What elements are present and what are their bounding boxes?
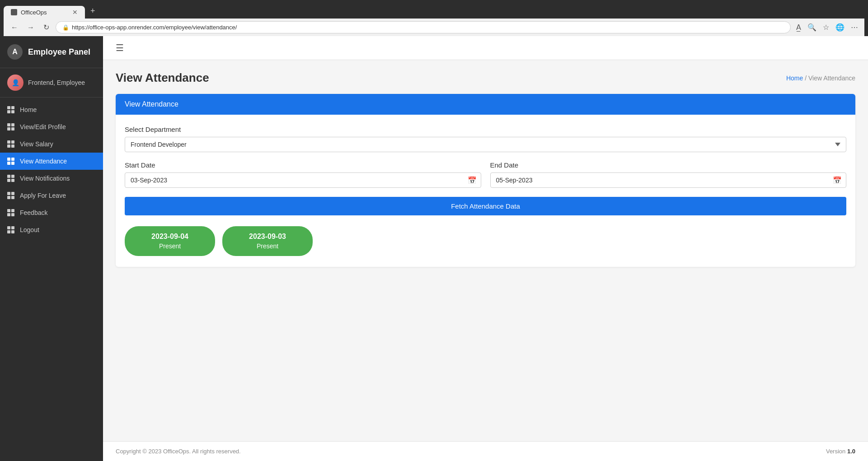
end-date-label: End Date xyxy=(490,161,847,169)
search-btn[interactable]: 🔍 xyxy=(806,21,818,33)
card-body: Select Department Frontend Developer Bac… xyxy=(116,115,855,267)
end-date-input[interactable] xyxy=(490,172,847,188)
attendance-record-0: 2023-09-04 Present xyxy=(125,226,215,256)
sidebar-item-home[interactable]: Home xyxy=(0,101,103,118)
address-text: https://office-ops-app.onrender.com/empl… xyxy=(72,24,784,31)
sidebar-item-logout-label: Logout xyxy=(20,226,39,233)
attendance-card: View Attendance Select Department Fronte… xyxy=(116,94,855,267)
sidebar-item-attendance-label: View Attendance xyxy=(20,158,67,165)
main-footer: Copyright © 2023 OfficeOps. All rights r… xyxy=(103,441,868,461)
attendance-date-1: 2023-09-03 xyxy=(240,233,295,241)
attendance-date-0: 2023-09-04 xyxy=(143,233,197,241)
logout-icon xyxy=(7,226,14,233)
department-select[interactable]: Frontend Developer Backend Developer HR … xyxy=(125,137,846,152)
sidebar-logo: A xyxy=(7,44,23,60)
feedback-icon xyxy=(7,209,14,216)
sidebar-item-profile-label: View/Edit Profile xyxy=(20,123,66,130)
sidebar-item-view-notifications[interactable]: View Notifications xyxy=(0,170,103,187)
lock-icon: 🔒 xyxy=(62,24,69,31)
profile-icon xyxy=(7,123,14,130)
sidebar-item-view-edit-profile[interactable]: View/Edit Profile xyxy=(0,118,103,135)
department-group: Select Department Frontend Developer Bac… xyxy=(125,126,846,152)
sidebar-item-apply-for-leave[interactable]: Apply For Leave xyxy=(0,187,103,204)
back-button[interactable]: ← xyxy=(8,22,21,33)
card-header: View Attendance xyxy=(116,94,855,115)
sidebar-item-view-salary[interactable]: View Salary xyxy=(0,135,103,153)
card-header-title: View Attendance xyxy=(125,100,178,108)
browser-tab-active[interactable]: OfficeOps ✕ xyxy=(4,6,85,19)
breadcrumb-home[interactable]: Home xyxy=(786,75,803,82)
fetch-attendance-button[interactable]: Fetch Attendance Data xyxy=(125,197,846,215)
notifications-icon xyxy=(7,175,14,182)
start-date-calendar-icon[interactable]: 📅 xyxy=(468,176,477,185)
end-date-calendar-icon[interactable]: 📅 xyxy=(833,176,842,185)
attendance-status-0: Present xyxy=(143,242,197,250)
sidebar-item-view-attendance[interactable]: View Attendance xyxy=(0,153,103,170)
browser-chrome: OfficeOps ✕ + ← → ↻ 🔒 https://office-ops… xyxy=(0,0,868,36)
start-date-group: Start Date 📅 xyxy=(125,161,481,188)
address-bar[interactable]: 🔒 https://office-ops-app.onrender.com/em… xyxy=(56,21,791,33)
breadcrumb-separator: / xyxy=(805,75,808,82)
footer-copyright: Copyright © 2023 OfficeOps. All rights r… xyxy=(116,448,241,455)
main-body: View Attendance Home / View Attendance V… xyxy=(103,60,868,441)
sidebar-item-feedback-label: Feedback xyxy=(20,209,47,216)
sidebar-nav: Home View/Edit Profile View Salary View … xyxy=(0,98,103,461)
start-date-wrap: 📅 xyxy=(125,172,481,188)
sidebar-item-salary-label: View Salary xyxy=(20,140,53,148)
new-tab-button[interactable]: + xyxy=(86,4,100,19)
attendance-records: 2023-09-04 Present 2023-09-03 Present xyxy=(125,226,846,256)
home-icon xyxy=(7,106,14,113)
sidebar: A Employee Panel 👤 Frontend, Employee Ho… xyxy=(0,36,103,461)
date-row: Start Date 📅 End Date 📅 xyxy=(125,161,846,188)
sidebar-username: Frontend, Employee xyxy=(28,79,85,86)
footer-version: Version 1.0 xyxy=(826,448,855,455)
sidebar-item-logout[interactable]: Logout xyxy=(0,221,103,238)
breadcrumb-current: View Attendance xyxy=(808,75,855,82)
menu-btn[interactable]: ⋯ xyxy=(849,21,860,33)
attendance-icon xyxy=(7,158,14,165)
leave-icon xyxy=(7,192,14,199)
forward-button[interactable]: → xyxy=(24,22,37,33)
extensions-btn[interactable]: 🌐 xyxy=(834,21,846,33)
main-content: ☰ View Attendance Home / View Attendance… xyxy=(103,36,868,461)
sidebar-item-feedback[interactable]: Feedback xyxy=(0,204,103,221)
tab-favicon xyxy=(11,9,17,15)
sidebar-item-home-label: Home xyxy=(20,106,37,113)
reload-button[interactable]: ↻ xyxy=(41,21,52,33)
breadcrumb: Home / View Attendance xyxy=(786,75,855,82)
start-date-input[interactable] xyxy=(125,172,481,188)
avatar: 👤 xyxy=(7,75,23,91)
tab-title: OfficeOps xyxy=(21,9,47,16)
sidebar-header: A Employee Panel xyxy=(0,36,103,68)
sidebar-user: 👤 Frontend, Employee xyxy=(0,68,103,98)
read-mode-btn[interactable]: A̲ xyxy=(794,21,803,33)
start-date-label: Start Date xyxy=(125,161,481,169)
bookmark-btn[interactable]: ☆ xyxy=(821,21,831,33)
page-header: View Attendance Home / View Attendance xyxy=(116,71,855,85)
sidebar-title: Employee Panel xyxy=(28,47,90,57)
salary-icon xyxy=(7,140,14,148)
sidebar-item-leave-label: Apply For Leave xyxy=(20,192,66,199)
main-topbar: ☰ xyxy=(103,36,868,60)
end-date-wrap: 📅 xyxy=(490,172,847,188)
page-title: View Attendance xyxy=(116,71,209,85)
end-date-group: End Date 📅 xyxy=(490,161,847,188)
sidebar-item-notifications-label: View Notifications xyxy=(20,175,70,182)
tab-close-btn[interactable]: ✕ xyxy=(72,9,78,16)
attendance-record-1: 2023-09-03 Present xyxy=(222,226,313,256)
hamburger-menu[interactable]: ☰ xyxy=(112,41,127,55)
department-label: Select Department xyxy=(125,126,846,133)
attendance-status-1: Present xyxy=(240,242,295,250)
